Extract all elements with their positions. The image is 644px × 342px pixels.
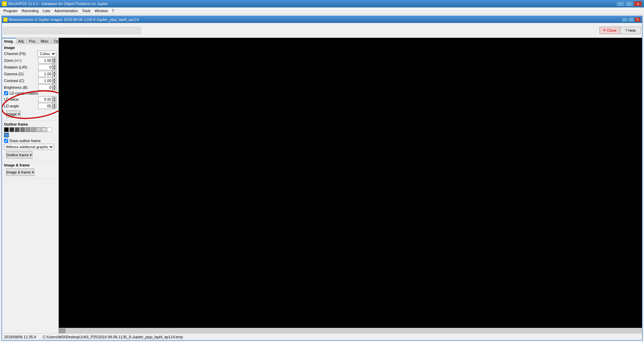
inner-app-icon: ★ [3,18,7,22]
toolbar-spacer-5 [114,27,141,34]
outline-frame-action-button[interactable]: Outline frame [6,151,32,159]
image-frame-btn-arrow [32,171,34,174]
help-label: Help [628,28,636,32]
close-button[interactable]: ✕ [634,1,642,6]
draw-outline-row: Draw outline frame [4,139,56,143]
brightness-input[interactable] [38,84,52,90]
menu-program[interactable]: Program [1,8,20,14]
ld-value-down[interactable]: ▼ [52,99,56,102]
ld-compensation-checkbox[interactable] [4,91,8,95]
image-frame-action-button[interactable]: Image & frame [6,168,34,176]
ld-angle-spinner: ▲ ▼ [52,103,56,109]
additional-graphic-dropdown[interactable]: Without additional graphic With addition… [4,144,54,150]
rotation-up[interactable]: ▲ [52,64,56,67]
image-btn-arrow [18,113,20,115]
brightness-row: Brightness (B) ▲ ▼ [4,84,56,90]
inner-close-button[interactable]: ✕ [635,17,641,22]
close-toolbar-button[interactable]: ✕ Close [599,27,620,34]
image-btn-label: Image [6,112,17,116]
swatch-selected[interactable] [4,133,9,137]
contrast-down[interactable]: ▼ [52,81,56,84]
channel-label: Channel (F9) [4,52,26,56]
canvas-area[interactable] [59,38,642,328]
status-datetime: 2019/08/06 11:35.9 [4,335,36,339]
swatch-7[interactable] [42,127,47,132]
contrast-input[interactable] [38,78,52,84]
ld-angle-down[interactable]: ▼ [52,106,56,109]
ld-value-up[interactable]: ▲ [52,96,56,99]
canvas-container [59,38,642,333]
swatch-0[interactable] [4,127,9,132]
contrast-label: Contrast (C) [4,79,24,83]
swatch-row [4,127,56,137]
title-bar-controls: ─ □ ✕ [616,1,642,6]
swatch-8[interactable] [47,127,52,132]
inner-title-bar: ★ Measurements of Jupiter images 2019-08… [2,16,642,23]
ld-value-label: LD value [4,97,19,101]
ld-value-input[interactable] [38,96,52,102]
menu-bar: Program Recording Lists Administration T… [0,7,644,14]
zoom-input[interactable] [38,57,52,63]
tab-row: Imag. Adj. Pos. Misc. Opt. [2,38,58,44]
tab-pos[interactable]: Pos. [27,38,39,44]
contrast-row: Contrast (C) ▲ ▼ [4,78,56,84]
inner-window: ★ Measurements of Jupiter images 2019-08… [1,16,643,341]
gamma-up[interactable]: ▲ [52,71,56,74]
scrollbar-thumb[interactable] [59,328,65,333]
rotation-input[interactable] [38,64,52,70]
channel-dropdown[interactable]: Colour Red Green Blue Lum [37,51,56,57]
tab-imag[interactable]: Imag. [2,38,16,44]
swatch-3[interactable] [20,127,25,132]
outline-frame-section: Outline frame Draw out [2,121,58,162]
left-panel: Imag. Adj. Pos. Misc. Opt. Image Channel… [2,38,59,333]
menu-recording[interactable]: Recording [20,8,41,14]
gamma-spinner: ▲ ▼ [52,71,56,77]
tab-misc[interactable]: Misc. [39,38,52,44]
draw-outline-checkbox[interactable] [4,139,8,143]
help-toolbar-button[interactable]: ? Help [620,27,641,34]
status-bar: 2019/08/06 11:35.9 C:\Users\MSI\Desktop\… [2,333,642,340]
tab-opt[interactable]: Opt. [52,38,59,44]
toolbar-area: ✕ Close ? Help [2,23,642,38]
inner-maximize-button[interactable]: □ [628,17,634,22]
toolbar-spacer-3 [59,27,86,34]
swatch-2[interactable] [15,127,20,132]
zoom-up[interactable]: ▲ [52,57,56,60]
menu-window[interactable]: Window [92,8,110,14]
ld-angle-label: LD angle [4,104,19,108]
zoom-spinner: ▲ ▼ [52,57,56,63]
horizontal-scrollbar[interactable] [59,328,642,333]
brightness-label: Brightness (B) [4,85,28,89]
maximize-button[interactable]: □ [625,1,633,6]
inner-minimize-button[interactable]: ─ [622,17,628,22]
ld-compensation-row: LD compensation [4,91,56,95]
gamma-down[interactable]: ▼ [52,74,56,77]
toolbar-spacer-4 [86,27,113,34]
image-action-button[interactable]: Image [6,110,21,118]
tab-adj[interactable]: Adj. [16,38,27,44]
brightness-up[interactable]: ▲ [52,84,56,87]
rotation-down[interactable]: ▼ [52,67,56,70]
swatch-6[interactable] [36,127,41,132]
ld-angle-input[interactable] [38,103,52,109]
menu-lists[interactable]: Lists [41,8,52,14]
gamma-input[interactable] [38,71,52,77]
main-area: Imag. Adj. Pos. Misc. Opt. Image Channel… [2,38,642,333]
swatch-1[interactable] [9,127,14,132]
ld-angle-up[interactable]: ▲ [52,103,56,106]
menu-administration[interactable]: Administration [52,8,80,14]
draw-outline-label: Draw outline frame [9,139,41,143]
channel-row: Channel (F9) Colour Red Green Blue Lum [4,51,56,57]
swatch-4[interactable] [26,127,30,132]
menu-help[interactable]: ? [110,8,116,14]
inner-title-text: Measurements of Jupiter images 2019-08-0… [9,18,139,22]
swatch-5[interactable] [31,127,36,132]
menu-tools[interactable]: Tools [80,8,93,14]
ld-value-spinner: ▲ ▼ [52,96,56,102]
brightness-down[interactable]: ▼ [52,87,56,90]
zoom-down[interactable]: ▼ [52,60,56,63]
minimize-button[interactable]: ─ [616,1,624,6]
contrast-up[interactable]: ▲ [52,78,56,81]
ld-value-row: LD value ▲ ▼ [4,96,56,102]
gamma-row: Gamma (G) ▲ ▼ [4,71,56,77]
